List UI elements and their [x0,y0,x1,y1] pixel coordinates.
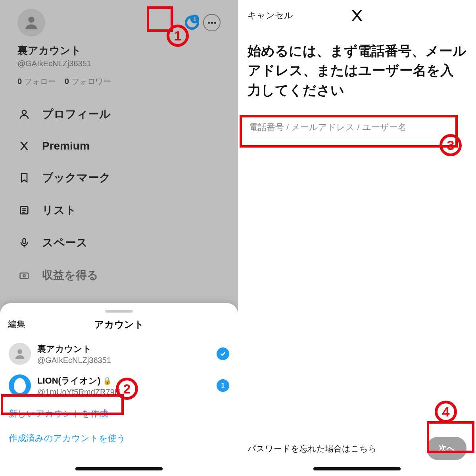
annotation-number-4: 4 [435,401,457,423]
selected-check-icon [217,347,229,360]
person-icon [13,347,27,361]
x-logo-icon [350,8,364,23]
sheet-title: アカウント [94,318,144,331]
annotation-number-1: 1 [167,25,189,47]
home-indicator [313,467,401,470]
account-name: 裏アカウント [37,343,210,355]
lock-icon: 🔒 [103,376,111,385]
annotation-box-3 [240,115,458,148]
home-indicator [75,467,163,470]
annotation-number-3: 3 [440,134,462,156]
avatar [9,374,31,397]
egg-icon [14,378,26,393]
annotation-box-2 [1,394,124,415]
svg-point-10 [17,349,22,354]
left-pane: 1 裏アカウント @GAIkEcNLZj36351 0 フォロー 0 フォロワー… [0,0,238,476]
edit-button[interactable]: 編集 [8,318,25,330]
right-pane: キャンセル 始めるには、まず電話番号、メールアドレス、またはユーザー名を入力して… [238,0,476,476]
account-row[interactable]: 裏アカウント @GAIkEcNLZj36351 [6,338,232,370]
annotation-number-2: 2 [116,378,138,400]
forgot-password-link[interactable]: パスワードを忘れた場合はこちら [248,443,377,454]
sheet-drag-handle[interactable] [105,310,133,313]
annotation-box-4 [427,421,474,453]
notification-count-badge: 1 [217,379,229,392]
account-handle: @GAIkEcNLZj36351 [37,356,210,365]
use-existing-account-link[interactable]: 作成済みのアカウントを使う [6,426,232,451]
cancel-button[interactable]: キャンセル [248,10,293,21]
avatar [9,343,31,365]
login-headline: 始めるには、まず電話番号、メールアドレス、またはユーザー名を入力してください [238,21,476,116]
account-name: LION(ライオン) [37,375,100,387]
